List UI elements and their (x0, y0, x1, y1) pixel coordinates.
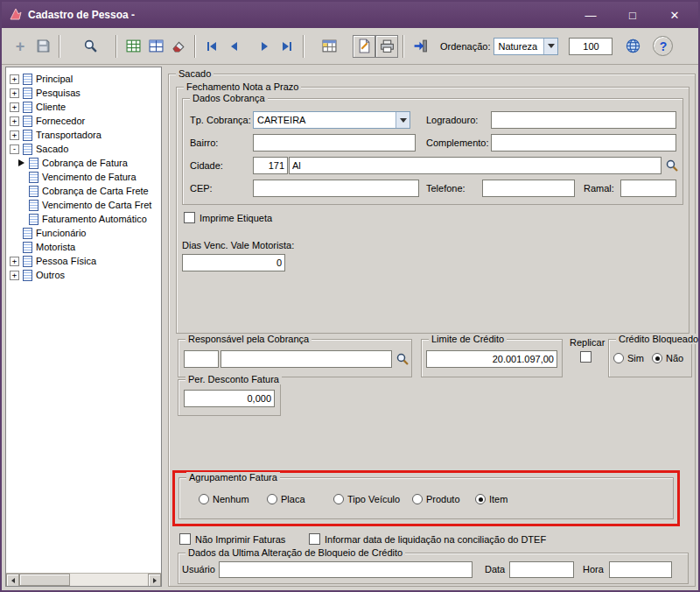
chevron-down-icon[interactable] (543, 39, 557, 54)
tree-item-cobranca-de-carta-frete[interactable]: Cobrança de Carta Frete (6, 184, 161, 198)
tp-cobranca-select[interactable]: CARTEIRA (253, 111, 410, 129)
cep-input[interactable] (253, 180, 419, 197)
cidade-code-input[interactable] (253, 157, 288, 174)
tree-horizontal-scrollbar[interactable] (6, 573, 161, 586)
tree-item-label: Vencimento de Fatura (42, 172, 136, 182)
print-button[interactable] (375, 35, 398, 58)
scrollbar-thumb[interactable] (19, 574, 70, 586)
nav-first-icon (205, 39, 219, 53)
per-desconto-input[interactable] (184, 390, 275, 407)
tree-item-vencimento-de-carta-frete[interactable]: Vencimento de Carta Fret (6, 198, 161, 212)
dias-venc-input[interactable] (182, 254, 285, 271)
add-record-button[interactable]: + (9, 35, 32, 58)
nav-last-icon (280, 39, 294, 53)
radio-label: Não (666, 353, 683, 363)
tree-item-label: Pesquisas (36, 88, 80, 98)
scroll-right-button[interactable] (148, 574, 161, 587)
grid-export-button[interactable] (122, 35, 144, 58)
previous-record-button[interactable] (223, 35, 246, 58)
spreadsheet-button[interactable] (318, 35, 340, 58)
toolbar-separator (402, 35, 404, 58)
ordenacao-select[interactable]: Natureza (494, 38, 558, 55)
telefone-input[interactable] (482, 180, 575, 197)
ramal-input[interactable] (620, 180, 676, 197)
radio-tipo-veiculo[interactable]: Tipo Veículo (333, 494, 400, 504)
last-record-button[interactable] (276, 35, 298, 58)
radio-sim[interactable]: Sim (613, 353, 644, 363)
help-button[interactable]: ? (653, 36, 673, 56)
tree-item-pesquisas[interactable]: + Pesquisas (6, 86, 161, 100)
tree-item-fornecedor[interactable]: + Fornecedor (6, 114, 161, 128)
data-input[interactable] (509, 561, 574, 578)
radio-placa[interactable]: Placa (267, 494, 305, 504)
radio-produto[interactable]: Produto (412, 494, 460, 504)
cidade-search-button[interactable] (663, 157, 681, 174)
tree-item-label: Sacado (36, 144, 68, 154)
radio-circle (652, 353, 662, 363)
expand-icon[interactable]: + (10, 130, 19, 140)
credito-bloqueado-groupbox: Crédito Bloqueado Sim Não (608, 339, 692, 377)
informar-data-liquidacao-checkbox[interactable]: ✓ Informar data de liquidação na concili… (309, 533, 546, 545)
radio-nao[interactable]: Não (652, 353, 683, 363)
chevron-down-icon[interactable] (396, 112, 410, 128)
replicar-checkbox[interactable]: ✓ (580, 351, 592, 363)
tree-item-motorista[interactable]: Motorista (6, 240, 161, 254)
nao-imprimir-faturas-checkbox[interactable]: ✓ Não Imprimir Faturas (179, 533, 285, 545)
tree-item-transportadora[interactable]: + Transportadora (6, 128, 161, 142)
page-icon (29, 200, 38, 211)
scrollbar-track[interactable] (19, 574, 148, 586)
hora-input[interactable] (609, 561, 672, 578)
radio-item[interactable]: Item (475, 494, 508, 504)
responsavel-name-input[interactable] (220, 350, 392, 368)
export-button[interactable] (409, 35, 431, 58)
new-document-button[interactable] (353, 35, 375, 58)
plus-icon: + (16, 39, 25, 54)
logradouro-input[interactable] (491, 111, 676, 129)
tree-item-outros[interactable]: + Outros (6, 268, 161, 282)
tree-item-cobranca-de-fatura[interactable]: Cobrança de Fatura (6, 156, 161, 170)
bairro-input[interactable] (253, 134, 416, 152)
tree-item-cliente[interactable]: + Cliente (6, 100, 161, 114)
table-view-button[interactable] (144, 35, 167, 58)
groupbox-title: Sacado (176, 68, 214, 79)
expand-icon[interactable]: + (10, 271, 19, 280)
tree-item-pessoa-fisica[interactable]: + Pessoa Física (6, 254, 161, 268)
limite-credito-input[interactable] (426, 350, 557, 368)
record-count-input[interactable] (569, 38, 612, 55)
web-help-button[interactable] (621, 35, 644, 58)
expand-icon[interactable]: + (10, 257, 19, 266)
responsavel-search-button[interactable] (394, 350, 411, 368)
tp-cobranca-value: CARTEIRA (257, 115, 305, 125)
minimize-icon[interactable]: — (581, 6, 600, 24)
tree-item-principal[interactable]: + Principal (6, 72, 161, 86)
clear-button[interactable] (167, 35, 190, 58)
collapse-icon[interactable]: - (10, 144, 19, 154)
complemento-input[interactable] (491, 134, 676, 152)
tree-item-funcionario[interactable]: Funcionário (6, 226, 161, 240)
expand-icon[interactable]: + (10, 116, 19, 126)
close-icon[interactable]: ✕ (665, 6, 684, 24)
maximize-icon[interactable]: □ (623, 6, 642, 24)
scroll-left-button[interactable] (6, 574, 19, 587)
save-button[interactable] (32, 35, 54, 58)
expand-icon[interactable]: + (10, 88, 19, 98)
per-desconto-groupbox: Per. Desconto Fatura (178, 379, 281, 416)
usuario-input[interactable] (219, 561, 472, 578)
tree-item-vencimento-de-fatura[interactable]: Vencimento de Fatura (6, 170, 161, 184)
expand-icon[interactable]: + (10, 102, 19, 112)
expand-icon[interactable]: + (10, 74, 19, 84)
tree-item-sacado[interactable]: - Sacado (6, 142, 161, 156)
window-title: Cadastro de Pessoa - (28, 9, 135, 21)
notebook-icon (23, 256, 32, 267)
radio-nenhum[interactable]: Nenhum (199, 494, 249, 504)
imprime-etiqueta-checkbox[interactable]: ✓ Imprime Etiqueta (184, 212, 272, 223)
search-button[interactable] (79, 35, 102, 58)
nav-previous-icon (228, 39, 242, 53)
radio-label: Produto (426, 494, 460, 504)
cidade-name-input[interactable] (289, 157, 662, 174)
responsavel-code-input[interactable] (184, 350, 219, 368)
first-record-button[interactable] (200, 35, 223, 58)
next-record-button[interactable] (253, 35, 276, 58)
tree-item-faturamento-automatico[interactable]: Faturamento Automático (6, 212, 161, 226)
notebook-icon (23, 88, 32, 99)
